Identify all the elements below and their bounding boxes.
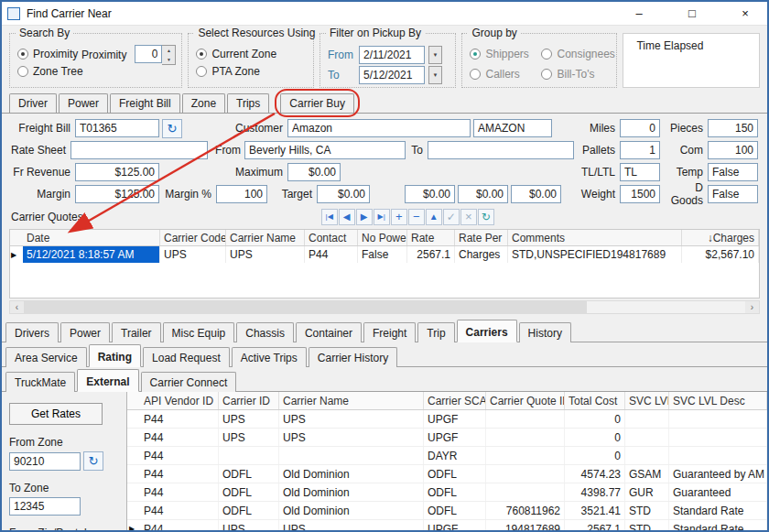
rates-col-carrier-id[interactable]: Carrier ID — [219, 392, 279, 409]
current-zone-radio[interactable] — [196, 49, 207, 60]
target-extra-input-1[interactable] — [405, 185, 455, 203]
quotes-col-no-power[interactable]: No Power — [358, 230, 407, 245]
close-button[interactable]: × — [736, 6, 754, 20]
freight-bill-refresh-icon[interactable]: ↻ — [162, 119, 182, 138]
proximity-spin-down-icon[interactable]: ▼ — [162, 55, 175, 64]
tab-truckmate[interactable]: TruckMate — [5, 372, 75, 392]
rates-col-carrier-quote-id[interactable]: Carrier Quote ID — [486, 392, 565, 409]
rates-row-1[interactable]: P44 UPS UPS UPGF 0 — [127, 410, 767, 429]
d-goods-input[interactable] — [708, 185, 758, 203]
from-zone-input[interactable] — [9, 452, 81, 471]
nav-first-icon[interactable]: |◀ — [321, 209, 338, 225]
rates-col-svc-lvl[interactable]: SVC LVL — [625, 392, 669, 409]
shippers-radio-row[interactable]: Shippers — [470, 45, 541, 62]
proximity-radio[interactable] — [17, 49, 28, 60]
quotes-horizontal-scrollbar[interactable]: ‹ › — [9, 300, 760, 314]
tab-power-bottom[interactable]: Power — [60, 322, 110, 342]
nav-cancel-icon[interactable]: × — [460, 209, 477, 225]
bill-tos-radio-row[interactable]: Bill-To's — [541, 65, 614, 82]
quotes-col-carrier-code[interactable]: Carrier Code — [160, 230, 226, 245]
target-extra-input-2[interactable] — [458, 185, 508, 203]
to-zone-input[interactable] — [9, 497, 81, 516]
tab-driver[interactable]: Driver — [9, 93, 57, 113]
from-input[interactable] — [244, 141, 406, 159]
tab-area-service[interactable]: Area Service — [5, 347, 87, 367]
rates-col-total-cost[interactable]: Total Cost — [565, 392, 625, 409]
rates-row-7-current[interactable]: ▶ P44 UPS UPS UPGF 194817689 2567.1 STD … — [127, 520, 767, 532]
bill-tos-radio[interactable] — [541, 69, 552, 80]
rates-row-4[interactable]: P44 ODFL Old Dominion ODFL 4574.23 GSAM … — [127, 465, 767, 483]
com-input[interactable] — [708, 141, 758, 159]
weight-input[interactable] — [620, 185, 660, 203]
tab-trips[interactable]: Trips — [227, 93, 269, 113]
tab-trailer[interactable]: Trailer — [112, 322, 161, 342]
tab-freight-bill[interactable]: Freight Bill — [110, 93, 180, 113]
scrollbar-track[interactable] — [24, 301, 745, 313]
tab-external[interactable]: External — [77, 369, 138, 392]
rates-col-svc-lvl-desc[interactable]: SVC LVL Desc — [669, 392, 767, 409]
rates-row-3[interactable]: P44 DAYR 0 — [127, 447, 767, 465]
tab-trip[interactable]: Trip — [417, 322, 454, 342]
temp-input[interactable] — [708, 163, 758, 181]
pickup-from-dropdown-icon[interactable]: ▼ — [428, 46, 442, 64]
nav-insert-icon[interactable]: + — [391, 209, 407, 225]
nav-last-icon[interactable]: ▶| — [374, 209, 390, 225]
nav-delete-icon[interactable]: − — [408, 209, 425, 225]
zone-tree-radio[interactable] — [17, 66, 28, 77]
margin-input[interactable] — [75, 185, 159, 203]
nav-edit-icon[interactable]: ▲ — [426, 209, 442, 225]
tab-freight[interactable]: Freight — [363, 322, 416, 342]
from-zone-refresh-icon[interactable]: ↻ — [83, 451, 103, 471]
tab-container[interactable]: Container — [296, 322, 362, 342]
rates-row-6[interactable]: P44 ODFL Old Dominion ODFL 760811962 352… — [127, 502, 767, 520]
tab-carriers[interactable]: Carriers — [457, 320, 517, 342]
fr-revenue-input[interactable] — [75, 163, 159, 181]
quotes-col-contact[interactable]: Contact — [305, 230, 358, 245]
callers-radio-row[interactable]: Callers — [470, 65, 541, 82]
pickup-to-date-input[interactable] — [359, 66, 425, 84]
nav-prior-icon[interactable]: ◀ — [339, 209, 355, 225]
current-zone-radio-row[interactable]: Current Zone — [196, 45, 308, 62]
tab-zone[interactable]: Zone — [182, 93, 225, 113]
rates-col-api-vendor-id[interactable]: API Vendor ID — [140, 392, 219, 409]
get-rates-button[interactable]: Get Rates — [9, 403, 103, 425]
to-input[interactable] — [428, 141, 574, 159]
maximize-button[interactable]: □ — [683, 6, 701, 20]
consignees-radio[interactable] — [541, 49, 552, 60]
miles-input[interactable] — [620, 119, 660, 137]
rates-row-5[interactable]: P44 ODFL Old Dominion ODFL 4398.77 GUR G… — [127, 483, 767, 502]
maximum-input[interactable] — [287, 163, 341, 181]
consignees-radio-row[interactable]: Consignees — [541, 45, 614, 62]
tab-load-request[interactable]: Load Request — [143, 347, 230, 367]
scroll-right-icon[interactable]: › — [745, 301, 759, 313]
pta-zone-radio[interactable] — [196, 66, 207, 77]
customer-code-input[interactable] — [473, 119, 552, 137]
quotes-col-rate[interactable]: Rate — [407, 230, 455, 245]
tab-chassis[interactable]: Chassis — [236, 322, 294, 342]
tab-power[interactable]: Power — [59, 93, 108, 113]
tab-active-trips[interactable]: Active Trips — [232, 347, 307, 367]
quotes-col-carrier-name[interactable]: Carrier Name — [226, 230, 305, 245]
quotes-col-charges[interactable]: ↓Charges — [682, 230, 759, 245]
tab-carrier-buy[interactable]: Carrier Buy — [280, 93, 354, 113]
tl-ltl-input[interactable] — [620, 163, 660, 181]
pickup-to-dropdown-icon[interactable]: ▼ — [428, 66, 442, 84]
quotes-col-date[interactable]: Date — [23, 230, 160, 245]
margin-pct-input[interactable] — [216, 185, 267, 203]
rates-col-carrier-name[interactable]: Carrier Name — [279, 392, 424, 409]
tab-rating[interactable]: Rating — [89, 344, 141, 367]
quotes-col-comments[interactable]: Comments — [508, 230, 682, 245]
shippers-radio[interactable] — [470, 49, 481, 60]
quotes-col-rate-per[interactable]: Rate Per — [455, 230, 508, 245]
scrollbar-thumb[interactable] — [24, 301, 587, 313]
pickup-from-date-input[interactable] — [359, 46, 425, 64]
pta-zone-radio-row[interactable]: PTA Zone — [196, 62, 308, 80]
rates-col-carrier-scac[interactable]: Carrier SCAC — [424, 392, 486, 409]
quotes-row-selected[interactable]: ▶ 5/12/2021 8:18:57 AM UPS UPS P44 False… — [10, 246, 759, 263]
minimize-button[interactable]: – — [630, 6, 648, 20]
tab-carrier-history[interactable]: Carrier History — [309, 347, 397, 367]
pallets-input[interactable] — [620, 141, 660, 159]
nav-refresh-icon[interactable]: ↻ — [478, 209, 494, 225]
tab-drivers[interactable]: Drivers — [5, 322, 59, 342]
customer-name-input[interactable] — [287, 119, 471, 137]
